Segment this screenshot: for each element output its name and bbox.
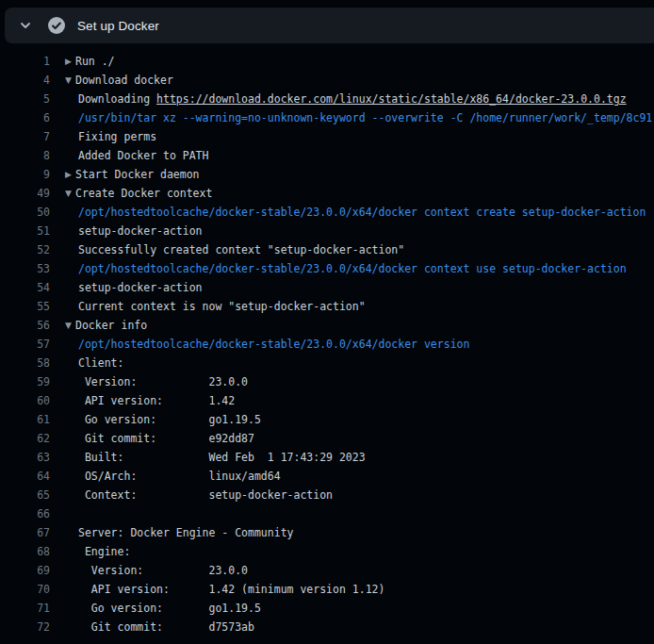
log-line-text: /opt/hostedtoolcache/docker-stable/23.0.…	[65, 203, 646, 222]
log-line-text: Engine:	[65, 542, 130, 561]
log-line-text: Git commit: d7573ab	[65, 618, 254, 636]
log-text: Current context is now "setup-docker-act…	[78, 300, 366, 313]
log-line-text: Version: 23.0.0	[65, 561, 248, 580]
group-title-text: Download docker	[75, 74, 173, 87]
log-line: 53/opt/hostedtoolcache/docker-stable/23.…	[0, 259, 654, 278]
line-number[interactable]: 63	[0, 448, 50, 467]
triangle-collapsed-icon[interactable]: ▶	[65, 52, 75, 71]
line-number[interactable]: 71	[0, 599, 50, 618]
line-number[interactable]: 52	[0, 240, 50, 259]
log-line-text: Built: Wed Feb 1 17:43:29 2023	[65, 448, 366, 467]
log-group-line[interactable]: 1▶Run ./	[0, 52, 654, 71]
log-text: Version: 23.0.0	[78, 564, 248, 577]
log-group-line[interactable]: 56▼Docker info	[0, 316, 654, 335]
line-number[interactable]: 49	[0, 184, 50, 203]
command-text: /usr/bin/tar xz --warning=no-unknown-key…	[78, 111, 652, 124]
log-line: 65 Context: setup-docker-action	[0, 486, 654, 504]
log-line: 63 Built: Wed Feb 1 17:43:29 2023	[0, 448, 654, 467]
line-number[interactable]: 58	[0, 354, 50, 372]
log-line: 68 Engine:	[0, 542, 654, 561]
log-text: Git commit: e92dd87	[78, 432, 254, 445]
log-group-line[interactable]: 49▼Create Docker context	[0, 184, 654, 203]
log-line: 58Client:	[0, 354, 654, 372]
group-title-text: Docker info	[75, 319, 147, 332]
triangle-expanded-icon[interactable]: ▼	[65, 71, 75, 90]
line-number[interactable]: 1	[0, 52, 50, 71]
log-line: 71 Go version: go1.19.5	[0, 599, 654, 618]
line-number[interactable]: 51	[0, 222, 50, 240]
line-number[interactable]: 60	[0, 391, 50, 410]
log-line: 55Current context is now "setup-docker-a…	[0, 297, 654, 316]
line-number[interactable]: 56	[0, 316, 50, 335]
log-line: 52Successfully created context "setup-do…	[0, 240, 654, 259]
log-text: Fixing perms	[78, 130, 156, 143]
step-title: Set up Docker	[77, 19, 159, 33]
line-number[interactable]: 62	[0, 429, 50, 448]
log-text: Engine:	[78, 545, 130, 558]
log-line: 57/opt/hostedtoolcache/docker-stable/23.…	[0, 335, 654, 354]
group-title-text: Start Docker daemon	[75, 168, 200, 181]
log-text: API version: 1.42 (minimum version 1.12)	[78, 583, 384, 596]
line-number[interactable]: 50	[0, 203, 50, 222]
line-number[interactable]: 55	[0, 297, 50, 316]
line-number[interactable]: 69	[0, 561, 50, 580]
log-line-text: Context: setup-docker-action	[65, 486, 333, 504]
group-title: ▶Start Docker daemon	[65, 165, 200, 184]
command-text: /opt/hostedtoolcache/docker-stable/23.0.…	[78, 338, 469, 351]
log-line-text: Go version: go1.19.5	[65, 410, 261, 429]
line-number[interactable]: 67	[0, 523, 50, 542]
log-line-text: Git commit: e92dd87	[65, 429, 254, 448]
log-line-text: OS/Arch: linux/amd64	[65, 467, 281, 486]
log-text: Context: setup-docker-action	[78, 488, 333, 502]
log-line-text: Current context is now "setup-docker-act…	[65, 297, 366, 316]
log-line-text: API version: 1.42	[65, 391, 235, 410]
check-circle-icon	[47, 16, 66, 35]
line-number[interactable]: 57	[0, 335, 50, 354]
line-number[interactable]: 66	[0, 504, 50, 523]
line-number[interactable]: 5	[0, 90, 50, 108]
line-number[interactable]: 53	[0, 259, 50, 278]
group-title-text: Run ./	[75, 55, 115, 68]
group-title: ▶Run ./	[65, 52, 115, 71]
command-text: /opt/hostedtoolcache/docker-stable/23.0.…	[78, 206, 646, 219]
line-number[interactable]: 70	[0, 580, 50, 599]
log-line-text: Go version: go1.19.5	[65, 599, 261, 618]
log-text: Client:	[78, 356, 123, 370]
log-line: 64 OS/Arch: linux/amd64	[0, 467, 654, 486]
log-text: Server: Docker Engine - Community	[78, 526, 293, 539]
log-line-text	[65, 504, 78, 523]
step-header[interactable]: Set up Docker	[5, 8, 654, 43]
triangle-expanded-icon[interactable]: ▼	[65, 316, 75, 335]
log-line: 51setup-docker-action	[0, 222, 654, 240]
log-text: OS/Arch: linux/amd64	[78, 470, 281, 483]
line-number[interactable]: 54	[0, 278, 50, 297]
log-line: 62 Git commit: e92dd87	[0, 429, 654, 448]
log-line: 67Server: Docker Engine - Community	[0, 523, 654, 542]
log-line: 59 Version: 23.0.0	[0, 372, 654, 391]
line-number[interactable]: 9	[0, 165, 50, 184]
log-line-text: /opt/hostedtoolcache/docker-stable/23.0.…	[65, 259, 627, 278]
line-number[interactable]: 59	[0, 372, 50, 391]
line-number[interactable]: 8	[0, 146, 50, 165]
log-group-line[interactable]: 9▶Start Docker daemon	[0, 165, 654, 184]
log-text: Git commit: d7573ab	[78, 620, 254, 634]
line-number[interactable]: 68	[0, 542, 50, 561]
chevron-down-icon[interactable]	[18, 18, 33, 33]
group-title-text: Create Docker context	[75, 187, 212, 200]
line-number[interactable]: 6	[0, 108, 50, 127]
log-line-text: Downloading https://download.docker.com/…	[65, 90, 627, 108]
log-group-line[interactable]: 4▼Download docker	[0, 71, 654, 90]
line-number[interactable]: 61	[0, 410, 50, 429]
log-text: Built: Wed Feb 1 17:43:29 2023	[78, 451, 366, 464]
line-number[interactable]: 4	[0, 71, 50, 90]
line-number[interactable]: 7	[0, 127, 50, 146]
triangle-collapsed-icon[interactable]: ▶	[65, 165, 75, 184]
log-line-text: /opt/hostedtoolcache/docker-stable/23.0.…	[65, 335, 469, 354]
group-title: ▼Docker info	[65, 316, 147, 335]
line-number[interactable]: 65	[0, 486, 50, 504]
line-number[interactable]: 72	[0, 618, 50, 636]
triangle-expanded-icon[interactable]: ▼	[65, 184, 75, 203]
line-number[interactable]: 64	[0, 467, 50, 486]
log-link[interactable]: https://download.docker.com/linux/static…	[156, 92, 627, 106]
workflow-log-viewer: Set up Docker 1▶Run ./4▼Download docker5…	[0, 0, 654, 644]
